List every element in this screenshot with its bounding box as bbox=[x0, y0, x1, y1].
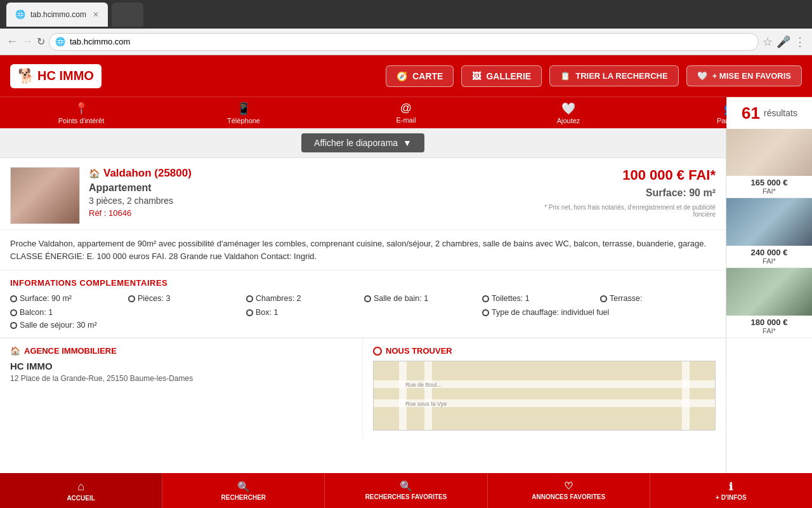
email-icon: @ bbox=[400, 102, 412, 115]
sidebar-item-2[interactable]: 180 000 € FAI* bbox=[726, 268, 812, 338]
property-card: 🏠 Valdahon (25800) Appartement 3 pièces,… bbox=[0, 158, 726, 230]
info-dot-terrasse bbox=[600, 295, 607, 302]
info-dot-surface bbox=[10, 295, 17, 302]
property-surface: Surface: 90 m² bbox=[538, 187, 716, 199]
forward-button[interactable]: → bbox=[22, 35, 33, 48]
sidebar: 165 000 € FAI* 240 000 € FAI* 180 000 € … bbox=[726, 128, 812, 473]
bottom-nav-dinfos[interactable]: ℹ + D'INFOS bbox=[650, 473, 812, 508]
logo-dog-icon: 🐕 bbox=[18, 68, 35, 84]
gallerie-icon: 🖼 bbox=[472, 71, 481, 81]
property-rooms: 3 pièces, 2 chambres bbox=[89, 196, 529, 206]
property-location-row: 🏠 Valdahon (25800) bbox=[89, 167, 529, 180]
diaporama-button[interactable]: Afficher le diaporama ▼ bbox=[301, 133, 424, 152]
sub-nav-item-email[interactable]: @ E-mail bbox=[325, 97, 487, 128]
favoris-icon: 🤍 bbox=[697, 71, 707, 81]
agency-map-section: 🏠 AGENCE IMMOBILIERE HC IMMO 12 Place de… bbox=[0, 338, 726, 438]
sidebar-thumb-0 bbox=[726, 128, 812, 176]
info-box-text: Box: 1 bbox=[256, 308, 278, 317]
info-toilettes-text: Toilettes: 1 bbox=[492, 294, 530, 303]
info-dot-toilettes bbox=[482, 295, 489, 302]
diaporama-bar: Afficher le diaporama ▼ bbox=[0, 128, 726, 158]
map-title-text: NOUS TROUVER bbox=[386, 346, 452, 356]
info-item-chambres: Chambres: 2 bbox=[246, 294, 362, 303]
property-details: 🏠 Valdahon (25800) Appartement 3 pièces,… bbox=[89, 167, 529, 224]
refresh-button[interactable]: ↻ bbox=[37, 36, 45, 48]
bottom-nav-rechercher[interactable]: 🔍 RECHERCHER bbox=[162, 473, 325, 508]
info-grid-2: Balcon: 1 Box: 1 Type de chauffage: indi… bbox=[10, 308, 716, 330]
property-note: * Prix net, hors frais notariés, d'enreg… bbox=[538, 204, 716, 218]
results-count-bar: 61 résultats bbox=[726, 97, 812, 129]
active-tab[interactable]: 🌐 tab.hcimmo.com ✕ bbox=[6, 3, 108, 27]
tab-favicon: 🌐 bbox=[15, 10, 25, 19]
diaporama-chevron-icon: ▼ bbox=[403, 138, 412, 148]
agency-title-text: AGENCE IMMOBILIERE bbox=[24, 346, 117, 356]
agency-address: 12 Place de la Grande-Rue, 25150 Baume-l… bbox=[10, 374, 352, 383]
sidebar-price-0: 165 000 € bbox=[726, 176, 812, 187]
app-header: 🐕 HC IMMO 🧭 CARTE 🖼 GALLERIE 📋 TRIER LA … bbox=[0, 55, 812, 97]
tab-title: tab.hcimmo.com bbox=[30, 10, 86, 19]
sub-nav-item-poi[interactable]: 📍 Points d'intérêt bbox=[0, 97, 162, 128]
tab-close-icon[interactable]: ✕ bbox=[93, 10, 99, 19]
annonces-fav-label: ANNONCES FAVORITES bbox=[532, 493, 605, 501]
sidebar-item-0[interactable]: 165 000 € FAI* bbox=[726, 128, 812, 198]
map-dot-icon bbox=[373, 347, 382, 356]
menu-icon[interactable]: ⋮ bbox=[794, 35, 806, 49]
lock-icon: 🌐 bbox=[55, 37, 65, 46]
trier-button[interactable]: 📋 TRIER LA RECHERCHE bbox=[549, 65, 678, 86]
star-icon[interactable]: ☆ bbox=[763, 35, 773, 49]
info-item-terrasse: Terrasse: bbox=[600, 294, 716, 303]
carte-label: CARTE bbox=[412, 71, 443, 81]
property-thumbnail bbox=[10, 167, 80, 224]
sub-nav-item-phone[interactable]: 📱 Téléphone bbox=[162, 97, 325, 128]
content-area: Afficher le diaporama ▼ 🏠 Valdahon (2580… bbox=[0, 128, 726, 473]
email-label: E-mail bbox=[396, 116, 416, 124]
recherches-fav-label: RECHERCHES FAVORITES bbox=[365, 493, 447, 501]
info-surface-text: Surface: 90 m² bbox=[20, 294, 72, 303]
phone-icon: 📱 bbox=[237, 102, 251, 116]
accueil-label: ACCUEIL bbox=[67, 495, 95, 502]
info-item-pieces: Pièces: 3 bbox=[128, 294, 244, 303]
favoris-label: + MISE EN FAVORIS bbox=[712, 71, 791, 81]
dinfos-label: + D'INFOS bbox=[716, 494, 747, 501]
logo-box: 🐕 HC IMMO bbox=[10, 64, 102, 88]
bottom-nav: ⌂ ACCUEIL 🔍 RECHERCHER 🔍 RECHERCHES FAVO… bbox=[0, 473, 812, 508]
info-chambres-text: Chambres: 2 bbox=[256, 294, 301, 303]
inactive-tab[interactable] bbox=[112, 3, 143, 27]
property-type: Appartement bbox=[89, 182, 529, 194]
rechercher-label: RECHERCHER bbox=[221, 494, 266, 501]
rechercher-icon: 🔍 bbox=[237, 481, 250, 493]
trier-icon: 📋 bbox=[560, 71, 570, 81]
carte-icon: 🧭 bbox=[396, 71, 407, 81]
sub-nav-item-add[interactable]: 🤍 Ajoutez bbox=[487, 97, 650, 128]
info-dot-balcon bbox=[10, 309, 17, 316]
recherches-fav-icon: 🔍 bbox=[400, 480, 412, 492]
agency-col: 🏠 AGENCE IMMOBILIERE HC IMMO 12 Place de… bbox=[0, 338, 363, 438]
sidebar-thumb-2 bbox=[726, 268, 812, 316]
carte-button[interactable]: 🧭 CARTE bbox=[386, 65, 454, 87]
agency-house-icon: 🏠 bbox=[10, 346, 20, 356]
address-input[interactable] bbox=[49, 33, 759, 51]
mic-icon[interactable]: 🎤 bbox=[776, 35, 790, 49]
property-price: 100 000 € FAI* bbox=[538, 167, 716, 184]
sidebar-item-1[interactable]: 240 000 € FAI* bbox=[726, 198, 812, 268]
property-city: Valdahon (25800) bbox=[103, 167, 192, 180]
logo-text: HC IMMO bbox=[37, 69, 94, 83]
map-section-title: NOUS TROUVER bbox=[373, 346, 716, 356]
sidebar-price-2: 180 000 € bbox=[726, 316, 812, 327]
gallerie-button[interactable]: 🖼 GALLERIE bbox=[461, 65, 542, 87]
back-button[interactable]: ← bbox=[6, 35, 18, 48]
bottom-nav-accueil[interactable]: ⌂ ACCUEIL bbox=[0, 473, 162, 508]
agency-name: HC IMMO bbox=[10, 361, 352, 371]
favoris-button[interactable]: 🤍 + MISE EN FAVORIS bbox=[686, 65, 802, 86]
diaporama-label: Afficher le diaporama bbox=[314, 138, 398, 148]
info-terrasse-text: Terrasse: bbox=[610, 294, 642, 303]
info-item-chauffage: Type de chauffage: individuel fuel bbox=[482, 308, 716, 317]
property-ref: Réf : 10646 bbox=[89, 208, 529, 218]
browser-chrome: 🌐 tab.hcimmo.com ✕ bbox=[0, 0, 812, 29]
bottom-nav-recherches-fav[interactable]: 🔍 RECHERCHES FAVORITES bbox=[325, 473, 487, 508]
sidebar-fai-0: FAI* bbox=[726, 187, 812, 197]
dinfos-icon: ℹ bbox=[729, 481, 733, 493]
add-label: Ajoutez bbox=[557, 117, 580, 124]
bottom-nav-annonces-fav[interactable]: ♡ ANNONCES FAVORITES bbox=[488, 473, 650, 508]
info-chauffage-text: Type de chauffage: individuel fuel bbox=[492, 308, 609, 317]
